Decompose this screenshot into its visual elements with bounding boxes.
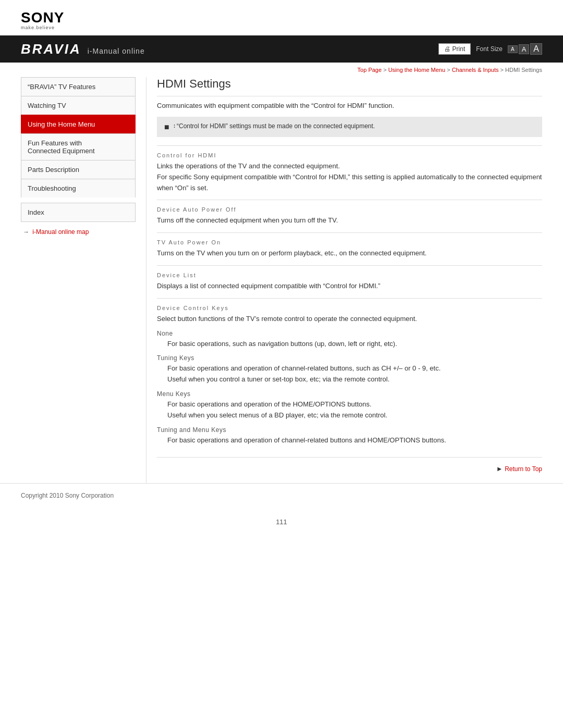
section-control-for-hdmi: Control for HDMILinks the operations of …: [157, 145, 542, 200]
nav-right: 🖨 Print Font Size A A A: [438, 43, 542, 55]
print-icon: 🖨: [444, 45, 450, 53]
imanual-label: i-Manual online: [88, 47, 145, 55]
section-device-list: Device ListDisplays a list of connected …: [157, 265, 542, 298]
section-tv-auto-power-on: TV Auto Power OnTurns on the TV when you…: [157, 232, 542, 265]
note-box: ■ ∶ “Control for HDMI” settings must be …: [157, 117, 542, 137]
subsection-title-tuning-keys: Tuning Keys: [157, 354, 542, 362]
return-arrow: ►: [496, 465, 503, 473]
sony-logo: SONY make.believe: [21, 9, 64, 30]
sidebar-item-fun-features[interactable]: Fun Features with Connected Equipment: [21, 133, 136, 160]
breadcrumb-channels[interactable]: Channels & Inputs: [452, 67, 499, 73]
subsection-desc-none: For basic operations, such as navigation…: [157, 339, 542, 350]
font-size-label: Font Size: [476, 45, 503, 53]
arrow-icon: →: [23, 228, 29, 236]
subsection-title-tuning-and-menu-keys: Tuning and Menu Keys: [157, 426, 542, 434]
main-layout: “BRAVIA” TV Features Watching TV Using t…: [0, 77, 563, 483]
breadcrumb-home-menu[interactable]: Using the Home Menu: [388, 67, 445, 73]
sidebar-item-using-home-menu[interactable]: Using the Home Menu: [21, 115, 136, 133]
subsection-desc-tuning-and-menu-keys: For basic operations and operation of ch…: [157, 435, 542, 446]
sidebar: “BRAVIA” TV Features Watching TV Using t…: [21, 77, 136, 483]
sony-tagline: make.believe: [21, 25, 55, 30]
section-title-device-list: Device List: [157, 272, 542, 278]
section-title-device-auto-power-off: Device Auto Power Off: [157, 206, 542, 213]
breadcrumb-current: HDMI Settings: [505, 67, 542, 73]
sidebar-item-bravia-tv-features[interactable]: “BRAVIA” TV Features: [21, 77, 136, 96]
section-desc-tv-auto-power-on: Turns on the TV when you turn on or perf…: [157, 248, 542, 259]
breadcrumb-sep2: >: [447, 67, 451, 73]
print-button[interactable]: 🖨 Print: [438, 43, 471, 55]
sidebar-map-link-container: → i-Manual online map: [21, 228, 136, 236]
note-content: ∶ “Control for HDMI” settings must be ma…: [174, 122, 375, 130]
section-desc-device-list: Displays a list of connected equipment c…: [157, 281, 542, 292]
subsection-desc-tuning-keys: For basic operations and operation of ch…: [157, 363, 542, 385]
note-icon: ■: [164, 122, 169, 132]
font-medium-button[interactable]: A: [519, 44, 530, 54]
print-label: Print: [452, 45, 466, 53]
breadcrumb-top[interactable]: Top Page: [358, 67, 382, 73]
section-desc-control-for-hdmi: Links the operations of the TV and the c…: [157, 161, 542, 193]
font-size-controls: A A A: [508, 43, 542, 55]
page-title: HDMI Settings: [157, 77, 542, 96]
subsection-title-menu-keys: Menu Keys: [157, 390, 542, 398]
section-title-control-for-hdmi: Control for HDMI: [157, 152, 542, 158]
content-area: HDMI Settings Communicates with equipmen…: [146, 77, 542, 483]
section-desc-device-auto-power-off: Turns off the connected equipment when y…: [157, 215, 542, 226]
top-header: SONY make.believe: [0, 0, 563, 35]
sections-container: Control for HDMILinks the operations of …: [157, 145, 542, 452]
breadcrumb-sep1: >: [383, 67, 388, 73]
subsection-title-none: None: [157, 330, 542, 337]
bravia-logo: BRAVIA: [21, 41, 81, 57]
sidebar-item-index[interactable]: Index: [21, 203, 136, 222]
nav-brand: BRAVIA i-Manual online: [21, 41, 145, 57]
intro-text: Communicates with equipment compatible w…: [157, 102, 542, 109]
sidebar-item-parts-description[interactable]: Parts Description: [21, 160, 136, 179]
font-large-button[interactable]: A: [530, 43, 542, 55]
section-title-device-control-keys: Device Control Keys: [157, 305, 542, 311]
section-device-control-keys: Device Control KeysSelect button functio…: [157, 298, 542, 452]
sony-logo-text: SONY: [21, 9, 64, 26]
section-title-tv-auto-power-on: TV Auto Power On: [157, 239, 542, 245]
font-small-button[interactable]: A: [508, 45, 518, 53]
sidebar-item-troubleshooting[interactable]: Troubleshooting: [21, 179, 136, 198]
section-desc-device-control-keys: Select button functions of the TV’s remo…: [157, 314, 542, 325]
footer: Copyright 2010 Sony Corporation: [0, 483, 563, 508]
nav-bar: BRAVIA i-Manual online 🖨 Print Font Size…: [0, 35, 563, 63]
subsection-desc-menu-keys: For basic operations and operation of th…: [157, 399, 542, 421]
imanual-map-link[interactable]: i-Manual online map: [32, 228, 89, 236]
note-desc: “Control for HDMI” settings must be made…: [177, 122, 375, 130]
return-to-top-link[interactable]: Return to Top: [505, 465, 542, 473]
page-number: 111: [0, 518, 563, 526]
breadcrumb-sep3: >: [500, 67, 505, 73]
section-device-auto-power-off: Device Auto Power OffTurns off the conne…: [157, 200, 542, 232]
copyright-text: Copyright 2010 Sony Corporation: [21, 492, 114, 499]
sidebar-item-watching-tv[interactable]: Watching TV: [21, 96, 136, 115]
sidebar-divider: [21, 198, 136, 203]
breadcrumb: Top Page > Using the Home Menu > Channel…: [0, 63, 563, 77]
return-to-top: ► Return to Top: [157, 457, 542, 483]
